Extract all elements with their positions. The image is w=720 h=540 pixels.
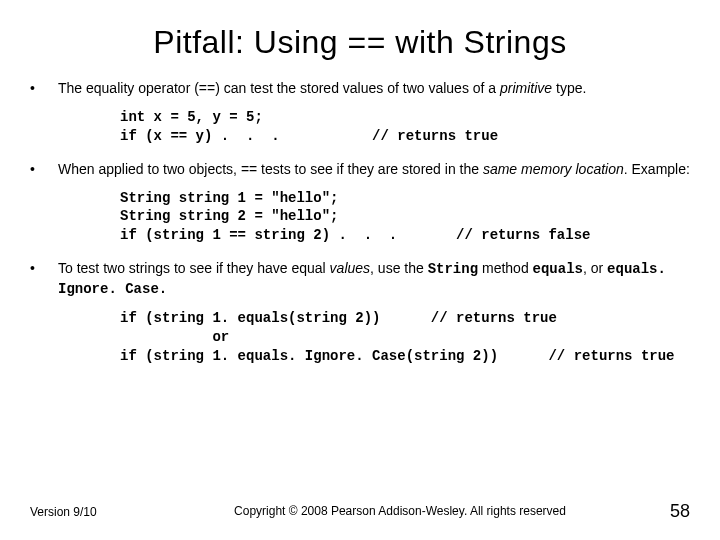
bullet-dot: • — [30, 160, 58, 179]
body-list: • The equality operator (==) can test th… — [30, 79, 690, 366]
list-item: • To test two strings to see if they hav… — [30, 259, 690, 299]
code-block: String string 1 = "hello"; String string… — [120, 189, 690, 246]
page-title: Pitfall: Using == with Strings — [30, 24, 690, 61]
bullet-dot: • — [30, 259, 58, 299]
footer-page-number: 58 — [630, 501, 690, 522]
code-block: int x = 5, y = 5; if (x == y) . . . // r… — [120, 108, 690, 146]
code-block: if (string 1. equals(string 2)) // retur… — [120, 309, 690, 366]
bullet-text: When applied to two objects, == tests to… — [58, 160, 690, 179]
footer-version: Version 9/10 — [30, 505, 170, 519]
footer: Version 9/10 Copyright © 2008 Pearson Ad… — [0, 501, 720, 522]
bullet-dot: • — [30, 79, 58, 98]
footer-copyright: Copyright © 2008 Pearson Addison-Wesley.… — [170, 504, 630, 519]
bullet-text: The equality operator (==) can test the … — [58, 79, 690, 98]
list-item: • The equality operator (==) can test th… — [30, 79, 690, 98]
list-item: • When applied to two objects, == tests … — [30, 160, 690, 179]
slide: Pitfall: Using == with Strings • The equ… — [0, 0, 720, 540]
bullet-text: To test two strings to see if they have … — [58, 259, 690, 299]
